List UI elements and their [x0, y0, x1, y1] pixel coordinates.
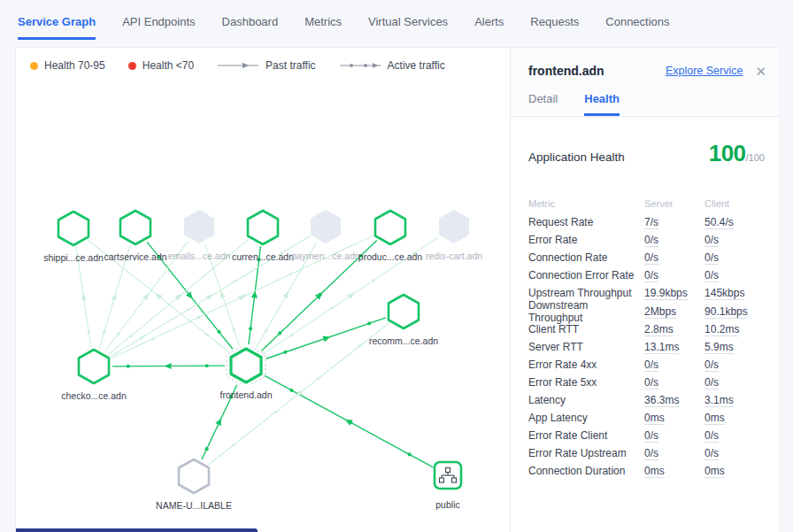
client-value[interactable]: 0/s	[704, 429, 719, 443]
client-value[interactable]: 0/s	[704, 234, 719, 247]
server-column-header: Server	[644, 198, 704, 209]
client-value[interactable]: 0/s	[704, 376, 719, 389]
metric-name: Connection Error Rate	[528, 269, 644, 281]
metric-row: App Latency0ms0ms	[528, 409, 765, 427]
server-value[interactable]: 0/s	[644, 269, 658, 282]
hexagon-node-icon	[45, 348, 142, 385]
node-label: frontend.adn	[197, 389, 295, 400]
client-value[interactable]: 0/s	[704, 251, 719, 265]
client-value[interactable]: 0ms	[704, 465, 725, 478]
panel-body: Application Health 100 /100 Metric Serve…	[511, 117, 779, 480]
server-value[interactable]: 0/s	[644, 251, 658, 265]
graph-node-public[interactable]: public	[399, 457, 497, 510]
node-label: public	[399, 499, 497, 510]
server-value[interactable]: 7/s	[644, 216, 658, 229]
server-value[interactable]: 0ms	[644, 465, 665, 478]
nav-tab-virtual-services[interactable]: Virtual Services	[368, 15, 448, 37]
metric-name: Downstream Throughput	[528, 299, 644, 324]
metric-row: Error Rate Client0/s0/s	[528, 427, 765, 444]
metric-name: Error Rate	[528, 234, 644, 246]
node-label: recomm...ce.adn	[355, 335, 452, 346]
nav-tab-api-endpoints[interactable]: API Endpoints	[122, 15, 195, 37]
server-value[interactable]: 0/s	[644, 234, 658, 247]
close-icon[interactable]: ✕	[755, 65, 766, 78]
metric-name: Error Rate 5xx	[528, 376, 644, 389]
health-score-value: 100	[709, 140, 746, 167]
server-value[interactable]: 0ms	[644, 412, 665, 425]
explore-service-link[interactable]: Explore Service	[666, 65, 743, 77]
metric-row: Downstream Throughput2Mbps90.1kbps	[528, 302, 765, 320]
graph-node-checkout[interactable]: checko...ce.adn	[45, 348, 142, 401]
metric-row: Connection Duration0ms0ms	[528, 462, 765, 480]
service-graph-card: Health 70-95 Health <70 Past traffic Act…	[15, 47, 778, 532]
client-value[interactable]: 0ms	[704, 412, 725, 425]
server-value[interactable]: 2.8ms	[644, 323, 674, 336]
hexagon-node-icon	[355, 293, 452, 330]
service-graph-canvas[interactable]: shippi...ce.adn cartservice.adn emails..…	[16, 48, 510, 532]
panel-tabs: DetailHealth	[528, 92, 766, 116]
application-health-row: Application Health 100 /100	[528, 140, 765, 167]
metric-name: Request Rate	[528, 216, 644, 228]
client-value[interactable]: 5.9ms	[704, 341, 734, 354]
application-health-label: Application Health	[528, 150, 709, 164]
server-value[interactable]: 0/s	[644, 359, 658, 372]
node-label: checko...ce.adn	[45, 390, 142, 401]
panel-header: frontend.adn Explore Service ✕ DetailHea…	[511, 48, 779, 117]
metrics-table-header: Metric Server Client	[528, 194, 765, 213]
metric-row: Error Rate0/s0/s	[528, 231, 765, 249]
client-value[interactable]: 145kbps	[704, 287, 744, 300]
metric-name: Latency	[528, 394, 644, 406]
metric-name: Connection Rate	[528, 251, 644, 264]
metric-row: Error Rate Upstream0/s0/s	[528, 444, 765, 462]
client-value[interactable]: 3.1ms	[704, 394, 734, 407]
hexagon-node-icon	[197, 347, 295, 384]
metrics-table: Metric Server Client Request Rate7/s50.4…	[528, 194, 765, 480]
metric-name: Error Rate 4xx	[528, 359, 644, 371]
metric-row: Client RTT2.8ms10.2ms	[528, 320, 765, 338]
server-value[interactable]: 36.3ms	[644, 394, 679, 407]
metric-row: Server RTT13.1ms5.9ms	[528, 338, 765, 356]
hexagon-node-icon	[145, 458, 243, 495]
metric-name: Server RTT	[528, 341, 644, 353]
nav-tab-alerts[interactable]: Alerts	[474, 15, 504, 37]
server-value[interactable]: 13.1ms	[644, 341, 679, 354]
nav-tab-requests[interactable]: Requests	[530, 15, 579, 37]
graph-node-redis[interactable]: redis-cart.adn	[405, 208, 503, 261]
client-value[interactable]: 90.1kbps	[704, 305, 748, 319]
graph-horizontal-scrollbar[interactable]	[16, 528, 258, 532]
nav-tab-connections[interactable]: Connections	[605, 15, 669, 37]
metric-name: Error Rate Upstream	[528, 447, 644, 459]
metric-name: App Latency	[528, 412, 644, 424]
client-value[interactable]: 0/s	[704, 269, 719, 282]
metric-row: Error Rate 4xx0/s0/s	[528, 356, 765, 374]
graph-node-recomm[interactable]: recomm...ce.adn	[355, 293, 452, 346]
metric-column-header: Metric	[528, 198, 644, 209]
top-navigation: Service GraphAPI EndpointsDashboardMetri…	[0, 0, 793, 41]
panel-tab-health[interactable]: Health	[584, 92, 620, 116]
server-value[interactable]: 0/s	[644, 447, 658, 460]
public-gateway-icon	[399, 457, 497, 494]
client-value[interactable]: 0/s	[704, 359, 719, 372]
server-value[interactable]: 0/s	[644, 429, 658, 443]
server-value[interactable]: 2Mbps	[644, 305, 676, 319]
server-value[interactable]: 0/s	[644, 376, 658, 389]
nav-tab-service-graph[interactable]: Service Graph	[18, 15, 96, 40]
nav-tab-dashboard[interactable]: Dashboard	[222, 15, 279, 37]
metric-row: Connection Rate0/s0/s	[528, 249, 765, 266]
graph-node-nameunavail[interactable]: NAME-U...ILABLE	[145, 458, 243, 511]
graph-node-frontend[interactable]: frontend.adn	[197, 347, 295, 400]
client-value[interactable]: 0/s	[704, 447, 719, 460]
client-value[interactable]: 50.4/s	[704, 216, 734, 229]
metric-name: Error Rate Client	[528, 429, 644, 442]
health-score-denominator: /100	[746, 152, 765, 163]
metric-name: Client RTT	[528, 323, 644, 335]
inactive-hexagon-node-icon	[405, 208, 503, 245]
client-value[interactable]: 10.2ms	[704, 323, 739, 336]
nav-tab-metrics[interactable]: Metrics	[304, 15, 342, 37]
node-label: redis-cart.adn	[405, 251, 503, 261]
server-value[interactable]: 19.9kbps	[644, 287, 688, 300]
metric-name: Connection Duration	[528, 465, 644, 477]
metric-name: Upstream Throughput	[528, 287, 644, 299]
node-label: NAME-U...ILABLE	[145, 500, 243, 511]
panel-tab-detail[interactable]: Detail	[528, 92, 558, 116]
